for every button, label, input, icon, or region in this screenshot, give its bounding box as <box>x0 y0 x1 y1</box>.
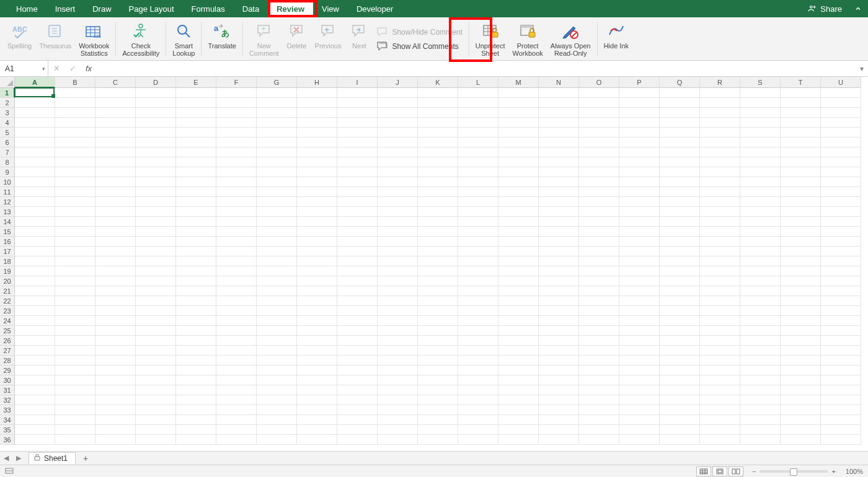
cell[interactable] <box>700 227 740 237</box>
cell[interactable] <box>458 356 498 365</box>
cell[interactable] <box>176 346 216 356</box>
cell[interactable] <box>418 385 458 395</box>
cell[interactable] <box>136 286 176 296</box>
cell[interactable] <box>257 167 297 177</box>
cell[interactable] <box>55 237 95 247</box>
cell[interactable] <box>257 306 297 316</box>
column-header[interactable]: O <box>579 77 619 88</box>
workbook-statistics-button[interactable]: 123 Workbook Statistics <box>75 19 113 60</box>
cell[interactable] <box>821 336 861 346</box>
cell[interactable] <box>498 98 539 108</box>
cell[interactable] <box>781 177 821 187</box>
cell[interactable] <box>660 435 700 445</box>
cell[interactable] <box>458 227 498 237</box>
cell[interactable] <box>216 147 257 157</box>
cell[interactable] <box>378 356 418 365</box>
cell[interactable] <box>740 157 781 167</box>
cell[interactable] <box>15 187 55 197</box>
cell[interactable] <box>15 138 55 147</box>
cell[interactable] <box>216 128 257 138</box>
cell[interactable] <box>619 98 660 108</box>
page-layout-view-button[interactable] <box>712 466 727 476</box>
cell[interactable] <box>821 435 861 445</box>
cell[interactable] <box>579 207 619 217</box>
cell[interactable] <box>579 217 619 227</box>
ribbon-collapse-chevron[interactable] <box>848 0 868 17</box>
cell[interactable] <box>55 217 95 227</box>
column-header[interactable]: L <box>458 77 498 88</box>
cell[interactable] <box>740 336 781 346</box>
cell[interactable] <box>176 296 216 306</box>
menu-tab-review[interactable]: Review <box>268 0 313 17</box>
cell[interactable] <box>740 276 781 286</box>
cell[interactable] <box>579 356 619 365</box>
cell[interactable] <box>619 425 660 435</box>
cell[interactable] <box>700 385 740 395</box>
cell[interactable] <box>95 266 136 276</box>
cell[interactable] <box>257 187 297 197</box>
cell[interactable] <box>740 108 781 118</box>
cell[interactable] <box>136 197 176 207</box>
cell[interactable] <box>458 435 498 445</box>
cell[interactable] <box>418 177 458 187</box>
row-header[interactable]: 19 <box>0 266 15 276</box>
cell[interactable] <box>176 435 216 445</box>
cell[interactable] <box>700 296 740 306</box>
cell[interactable] <box>700 405 740 415</box>
cell[interactable] <box>539 286 579 296</box>
menu-tab-insert[interactable]: Insert <box>46 0 84 17</box>
cell[interactable] <box>136 167 176 177</box>
cell[interactable] <box>136 227 176 237</box>
cell[interactable] <box>660 296 700 306</box>
cell[interactable] <box>619 326 660 336</box>
cell[interactable] <box>337 356 378 365</box>
cell[interactable] <box>781 356 821 365</box>
cell[interactable] <box>337 415 378 425</box>
cell[interactable] <box>781 296 821 306</box>
cell[interactable] <box>418 356 458 365</box>
cell[interactable] <box>458 346 498 356</box>
cell[interactable] <box>15 336 55 346</box>
hide-ink-button[interactable]: Hide Ink <box>600 19 632 60</box>
cell[interactable] <box>458 98 498 108</box>
cell[interactable] <box>257 326 297 336</box>
cell[interactable] <box>619 207 660 217</box>
cell[interactable] <box>458 385 498 395</box>
cell[interactable] <box>297 286 337 296</box>
cell[interactable] <box>15 395 55 405</box>
cell[interactable] <box>95 365 136 375</box>
cell[interactable] <box>297 108 337 118</box>
cell[interactable] <box>257 237 297 247</box>
cell[interactable] <box>781 415 821 425</box>
cell[interactable] <box>498 217 539 227</box>
cell[interactable] <box>176 266 216 276</box>
cell[interactable] <box>136 266 176 276</box>
cell[interactable] <box>740 147 781 157</box>
cell[interactable] <box>458 197 498 207</box>
cell[interactable] <box>297 256 337 266</box>
cell[interactable] <box>95 207 136 217</box>
cell[interactable] <box>176 128 216 138</box>
cell[interactable] <box>579 128 619 138</box>
select-all-button[interactable] <box>0 77 15 88</box>
cell[interactable] <box>660 217 700 227</box>
cell[interactable] <box>337 227 378 237</box>
cell[interactable] <box>95 385 136 395</box>
cell[interactable] <box>176 217 216 227</box>
cell[interactable] <box>539 88 579 98</box>
cell[interactable] <box>15 296 55 306</box>
column-header[interactable]: B <box>55 77 95 88</box>
cell[interactable] <box>539 147 579 157</box>
cell[interactable] <box>660 326 700 336</box>
cell[interactable] <box>458 217 498 227</box>
cell[interactable] <box>740 187 781 197</box>
cell[interactable] <box>539 108 579 118</box>
cell[interactable] <box>176 405 216 415</box>
cell[interactable] <box>660 247 700 256</box>
cell[interactable] <box>700 118 740 128</box>
row-header[interactable]: 30 <box>0 375 15 385</box>
cell[interactable] <box>660 276 700 286</box>
cell[interactable] <box>55 147 95 157</box>
cell[interactable] <box>136 237 176 247</box>
column-header[interactable]: F <box>216 77 257 88</box>
